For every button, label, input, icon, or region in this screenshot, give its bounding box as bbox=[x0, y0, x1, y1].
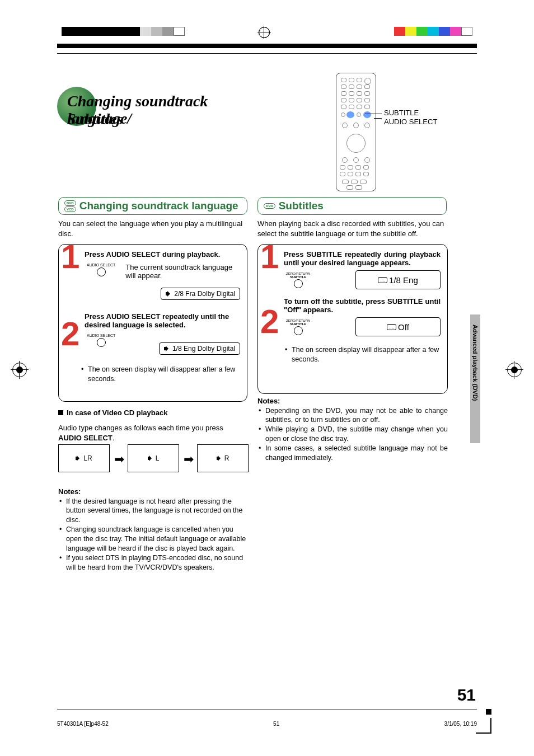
audio-select-button-icon-2: AUDIO SELECT bbox=[87, 334, 115, 347]
speaker-icon bbox=[166, 291, 172, 297]
step-number-1: 1 bbox=[260, 240, 279, 274]
left-note-3: If you select DTS in playing DTS-encoded… bbox=[58, 553, 247, 572]
page-title-line2: Subtitles bbox=[67, 111, 123, 128]
section-header-subtitles-text: Subtitles bbox=[279, 200, 324, 212]
step2-instruction: Press AUDIO SELECT repeatedly until the … bbox=[85, 312, 240, 329]
step1-description: The current soundtrack language will app… bbox=[125, 263, 240, 280]
footer-left: 5T40301A [E]p48-52 bbox=[57, 721, 109, 727]
registration-color bbox=[394, 27, 472, 36]
osd-subtitle-1: ....1/8 Eng bbox=[355, 270, 441, 289]
right-note-2: While playing a DVD, the subtitle may ch… bbox=[257, 425, 448, 444]
osd-display-1: 2/8 Fra Dolby Digital bbox=[161, 288, 240, 300]
speaker-icon bbox=[76, 456, 82, 461]
section-header-soundtrack-text: Changing soundtrack language bbox=[79, 200, 238, 212]
cycle-l: L bbox=[128, 444, 179, 472]
disc-badge-dvd-icon: DVD bbox=[264, 203, 275, 209]
audio-select-label-2: AUDIO SELECT bbox=[87, 334, 115, 337]
step-number-2: 2 bbox=[61, 317, 79, 351]
subtitle-osd-icon: .... bbox=[378, 277, 387, 283]
crop-block-icon bbox=[486, 709, 491, 715]
soundtrack-intro: You can select the language when you pla… bbox=[58, 219, 246, 238]
audio-select-button-icon: AUDIO SELECT bbox=[87, 263, 115, 276]
subtitles-steps: 1 Press SUBTITLE repeatedly during playb… bbox=[257, 244, 448, 394]
bottom-rule bbox=[57, 710, 477, 710]
left-note-2: Changing soundtrack language is cancelle… bbox=[58, 525, 247, 553]
page: Changing soundtrack language/ Subtitles … bbox=[0, 0, 534, 756]
vcd-subhead: In case of Video CD playback bbox=[58, 408, 167, 417]
crop-mark-icon bbox=[476, 718, 491, 734]
soundtrack-steps: 1 Press AUDIO SELECT during playback. AU… bbox=[58, 244, 247, 402]
top-rule bbox=[57, 44, 477, 48]
crosshair-left-icon bbox=[12, 363, 27, 377]
top-rule-thin bbox=[57, 53, 477, 54]
callout-subtitle: SUBTITLE bbox=[384, 109, 419, 117]
step1-instruction: Press AUDIO SELECT during playback. bbox=[85, 250, 240, 259]
sub-step2-note: The on screen display will disappear aft… bbox=[284, 345, 441, 364]
subtitle-button-icon: ZERO/RETURN SUBTITLE bbox=[286, 272, 310, 288]
sub-step1-instruction: Press SUBTITLE repeatedly during playbac… bbox=[284, 250, 441, 267]
subtitle-osd-icon: .... bbox=[387, 324, 396, 330]
osd-subtitle-2: ....Off bbox=[355, 317, 441, 336]
remote-highlight-audio bbox=[363, 111, 371, 118]
registration-black bbox=[62, 27, 140, 36]
badge-vcd: VCD bbox=[64, 206, 76, 212]
cycle-r: R bbox=[197, 444, 249, 472]
vcd-description: Audio type changes as follows each time … bbox=[58, 423, 246, 443]
callout-audio-select: AUDIO SELECT bbox=[384, 118, 437, 126]
section-header-soundtrack: DVD VCD Changing soundtrack language bbox=[58, 197, 247, 215]
square-bullet-icon bbox=[58, 410, 63, 415]
registration-gray bbox=[140, 27, 185, 36]
step-number-1: 1 bbox=[61, 240, 79, 274]
sub-step2-instruction: To turn off the subtitle, press SUBTITLE… bbox=[284, 297, 441, 314]
step2-note: The on screen display will disappear aft… bbox=[80, 365, 240, 384]
badge-dvd: DVD bbox=[264, 203, 275, 209]
right-notes: Notes: Depending on the DVD, you may not… bbox=[257, 396, 448, 463]
subtitle-label: SUBTITLE bbox=[290, 275, 306, 279]
right-note-1: Depending on the DVD, you may not be abl… bbox=[257, 406, 448, 425]
audio-cycle: LR ➡ L ➡ R bbox=[58, 444, 249, 483]
crosshair-bottom-icon bbox=[259, 27, 270, 38]
footer: 5T40301A [E]p48-52 51 3/1/05, 10:19 bbox=[57, 721, 477, 727]
right-note-3: In some cases, a selected subtitle langu… bbox=[257, 444, 448, 463]
remote-highlight-subtitle bbox=[346, 111, 354, 118]
step1-osd-row: 2/8 Fra Dolby Digital bbox=[90, 288, 240, 300]
page-number: 51 bbox=[457, 685, 476, 705]
disc-badge-dvd-vcd-icon: DVD VCD bbox=[64, 200, 76, 212]
speaker-icon bbox=[148, 456, 154, 461]
section-header-subtitles: DVD Subtitles bbox=[257, 197, 447, 215]
chapter-tab-label: Advanced playback (DVD) bbox=[472, 325, 479, 401]
footer-right: 3/1/05, 10:19 bbox=[444, 721, 477, 727]
speaker-icon bbox=[164, 346, 171, 351]
notes-heading: Notes: bbox=[257, 396, 448, 406]
subtitle-label: SUBTITLE bbox=[290, 322, 306, 326]
callout-line-1 bbox=[365, 114, 382, 114]
callout-line-2 bbox=[374, 118, 382, 119]
speaker-icon bbox=[217, 456, 223, 461]
crosshair-right-icon bbox=[507, 363, 522, 377]
audio-select-label: AUDIO SELECT bbox=[87, 263, 115, 267]
remote-illustration bbox=[336, 73, 376, 191]
osd-display-2: 1/8 Eng Dolby Digital bbox=[159, 342, 240, 355]
arrow-right-icon: ➡ bbox=[184, 452, 194, 467]
left-notes: Notes: If the desired language is not he… bbox=[58, 487, 247, 572]
badge-dvd: DVD bbox=[64, 200, 76, 206]
footer-center: 51 bbox=[273, 721, 279, 727]
notes-heading: Notes: bbox=[58, 487, 247, 497]
cycle-lr: LR bbox=[58, 444, 110, 472]
subtitle-button-icon-2: ZERO/RETURN SUBTITLE bbox=[286, 319, 310, 335]
step-number-2: 2 bbox=[260, 305, 279, 339]
arrow-right-icon: ➡ bbox=[114, 452, 124, 467]
subtitles-intro: When playing back a disc recorded with s… bbox=[257, 219, 448, 238]
left-note-1: If the desired language is not heard aft… bbox=[58, 497, 247, 525]
